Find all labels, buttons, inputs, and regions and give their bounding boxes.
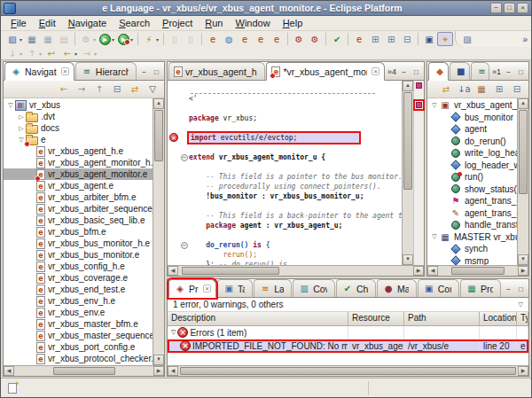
- tree-item-vr-xbus-bfm-e[interactable]: vr_xbus_bfm.e: [4, 226, 153, 238]
- scroll-down-icon[interactable]: ▼: [153, 355, 164, 365]
- dropdown-arrow-icon[interactable]: ▾: [20, 36, 22, 43]
- dropdown-arrow-icon[interactable]: ▾: [156, 36, 159, 43]
- tab-overflow[interactable]: »1: [492, 67, 501, 76]
- scroll-right-icon[interactable]: ▶: [518, 266, 528, 276]
- dropdown-arrow-icon[interactable]: ▾: [93, 36, 96, 43]
- tree-item-vr-xbus-end-test-e[interactable]: vr_xbus_end_test.e: [4, 284, 153, 295]
- menu-project[interactable]: Project: [156, 17, 199, 29]
- close-icon[interactable]: ×: [203, 285, 211, 293]
- dropdown-arrow-icon[interactable]: ▾: [94, 51, 97, 57]
- scroll-up-icon[interactable]: ▲: [153, 98, 164, 109]
- tree-item-vr-xbus-env-e[interactable]: vr_xbus_env.e: [4, 307, 153, 318]
- error-marker-annotated[interactable]: [416, 102, 422, 108]
- tree-item-vr-xbus-protocol-checker-e[interactable]: vr_xbus_protocol_checker.e: [4, 353, 153, 364]
- scroll-thumb[interactable]: [53, 367, 115, 375]
- code-line[interactable]: [168, 143, 402, 152]
- dropdown-arrow-icon[interactable]: ▾: [74, 51, 77, 57]
- tree-item-vr-xbus-bus-monitor-h-e[interactable]: vr_xbus_bus_monitor_h.e: [4, 238, 153, 249]
- build-button[interactable]: ⚙▾: [78, 32, 98, 46]
- outline-tab-i[interactable]: ≡I: [471, 62, 489, 80]
- scroll-left-icon[interactable]: ◀: [168, 266, 178, 276]
- code-line[interactable]: !bus_monitor : vr_xbus_bus_monitor_u;: [168, 191, 402, 201]
- code-line[interactable]: <': [168, 94, 402, 104]
- sort-az-button[interactable]: ↓a: [456, 82, 472, 97]
- minimize-button[interactable]: −: [504, 67, 513, 76]
- maximize-button[interactable]: □: [504, 3, 515, 13]
- tree-item-agent[interactable]: agent: [427, 123, 517, 136]
- expander-icon[interactable]: ▽: [430, 233, 439, 240]
- mark-declarations-button[interactable]: ▯: [183, 32, 199, 46]
- dropdown-arrow-icon[interactable]: ▾: [112, 36, 114, 43]
- scroll-thumb[interactable]: [451, 267, 505, 275]
- run-button[interactable]: ▾: [98, 32, 116, 46]
- link-editor-button[interactable]: ⇄: [127, 82, 143, 97]
- column-header-location[interactable]: Location: [480, 312, 517, 325]
- cubes-button[interactable]: ▣: [421, 32, 437, 46]
- tree-item-vr-xbus-master-sequence-h-e[interactable]: vr_xbus_master_sequence_h.e: [4, 330, 153, 341]
- code-line[interactable]: rerun();: [168, 250, 402, 260]
- tree-item-log-header-writt[interactable]: log_header_writt: [427, 160, 517, 172]
- column-header-resource[interactable]: Resource: [348, 312, 404, 325]
- code-line[interactable]: -- procedurally using connect_pointers()…: [168, 182, 402, 191]
- code-line[interactable]: -- This field is a pointer to the bus mo…: [168, 172, 402, 182]
- expand-all-box-button[interactable]: ⊞: [383, 32, 399, 46]
- problems-tab-tasks[interactable]: ▣Tasks: [217, 279, 253, 297]
- maximize-button[interactable]: □: [152, 67, 161, 76]
- perspective-overflow[interactable]: »: [522, 35, 528, 44]
- recompile-gears-button[interactable]: ⚙: [307, 32, 323, 46]
- scroll-right-icon[interactable]: ▶: [153, 366, 164, 376]
- tree-item-bus-monitor[interactable]: bus_monitor: [427, 112, 517, 124]
- tree-item-vr-xbus-port-config-e[interactable]: vr_xbus_port_config.e: [4, 341, 153, 353]
- problems-tab-problem[interactable]: ◈Problem×: [168, 279, 216, 298]
- navigator-tab-hierarchy[interactable]: ≡Hierarchy: [75, 62, 137, 80]
- problems-tab-layers[interactable]: ≡Layers: [254, 279, 292, 297]
- tree-item-run[interactable]: run(): [427, 171, 517, 183]
- minimize-button[interactable]: −: [399, 67, 409, 76]
- menu-search[interactable]: Search: [113, 17, 156, 29]
- menu-run[interactable]: Run: [199, 17, 229, 29]
- problems-group-row[interactable]: ▽Errors (1 item): [168, 326, 528, 339]
- minimize-button[interactable]: −: [490, 3, 502, 13]
- forward-button[interactable]: →: [74, 82, 90, 97]
- tree-item-agent-trans-end[interactable]: ✎agent_trans_end: [427, 207, 517, 220]
- print-button[interactable]: ▤: [56, 32, 72, 46]
- menu-window[interactable]: Window: [229, 17, 276, 29]
- menu-file[interactable]: File: [4, 17, 33, 29]
- tree-item-handle-transfer[interactable]: handle_transfer_: [427, 219, 517, 231]
- filter-menu-icon[interactable]: ▽: [519, 301, 523, 308]
- e-doc-button[interactable]: e: [351, 32, 367, 46]
- tree-item-vr-xbus-coverage-e[interactable]: vr_xbus_coverage.e: [4, 272, 153, 284]
- scroll-right-icon[interactable]: ▶: [413, 266, 424, 276]
- tree-item-vr-xbus-env-h-e[interactable]: vr_xbus_env_h.e: [4, 295, 153, 307]
- tree-item-do-rerun[interactable]: do_rerun(): [427, 136, 517, 148]
- tree-item-vr-xbus-agent-e[interactable]: vr_xbus_agent.e: [4, 180, 153, 191]
- column-header-description[interactable]: Description: [168, 312, 348, 325]
- column-header-type[interactable]: Type: [517, 312, 528, 325]
- tree-item-vr-xbus[interactable]: ▽vr_xbus: [4, 99, 153, 111]
- minimize-button[interactable]: −: [504, 285, 513, 293]
- problems-tab-macros[interactable]: ●Macros: [377, 279, 417, 297]
- tree-item-agent-trans-end[interactable]: ⚑agent_trans_end: [427, 195, 517, 207]
- editor-tab-vr-xbus-agent-monit[interactable]: *vr_xbus_agent_monit×: [266, 62, 385, 81]
- run-external-button[interactable]: ▾: [116, 32, 135, 46]
- editor-vscrollbar[interactable]: ▲ ▼: [402, 81, 413, 265]
- back-button[interactable]: ←: [56, 82, 72, 97]
- expander-icon[interactable]: ▽: [6, 102, 15, 109]
- code-line[interactable]: −extend vr_xbus_agent_monitor_u {: [168, 152, 402, 162]
- editor-hscrollbar[interactable]: ◀ ▶: [168, 265, 424, 276]
- editor-tab-vr-xbus-agent-h-e[interactable]: vr_xbus_agent_h.e: [168, 62, 265, 80]
- back-button[interactable]: ←▾: [59, 46, 79, 60]
- code-line[interactable]: package agent : vr_xbus_agent_u;: [168, 221, 402, 230]
- outline-tab-t[interactable]: ■T: [450, 62, 470, 80]
- expander-icon[interactable]: ▽: [430, 102, 439, 109]
- save-all-button[interactable]: ▦: [40, 32, 56, 46]
- outline-vscrollbar[interactable]: ▲ ▼: [517, 98, 528, 265]
- overview-ruler[interactable]: [413, 81, 424, 265]
- navigator-vscrollbar[interactable]: ▲ ▼: [153, 98, 164, 365]
- code-line[interactable]: − do_rerun() is {: [168, 240, 402, 250]
- tree-item-vr-xbus-agent-monitor-e[interactable]: vr_xbus_agent_monitor.e: [4, 168, 153, 180]
- tree-item-vr-xbus-agent-monitor-h-e[interactable]: vr_xbus_agent_monitor_h.e: [4, 157, 153, 168]
- scroll-left-icon[interactable]: ◀: [168, 366, 178, 376]
- tree-item-dvt[interactable]: ▷.dvt: [4, 111, 153, 122]
- scroll-thumb[interactable]: [180, 367, 516, 375]
